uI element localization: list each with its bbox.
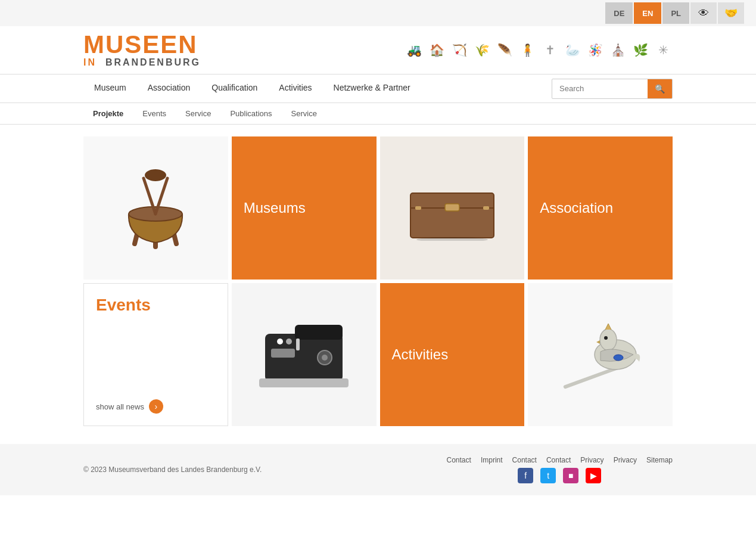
sub-nav: Projekte Events Service Publications Ser… <box>0 103 756 125</box>
association-label: Association <box>528 136 673 280</box>
svg-point-21 <box>277 339 283 344</box>
subnav-service2[interactable]: Service <box>282 103 326 124</box>
language-bar: DE EN PL 👁 🤝 <box>0 0 756 26</box>
figure-icon[interactable]: 🏹 <box>450 41 469 60</box>
bird-icon[interactable]: 🦢 <box>563 41 582 60</box>
grid-cell-events[interactable]: Events show all news › <box>83 283 228 426</box>
logo-in: IN <box>83 57 97 67</box>
nav-association[interactable]: Association <box>137 74 201 103</box>
subnav-publications[interactable]: Publications <box>220 103 281 124</box>
svg-point-22 <box>286 339 292 344</box>
person-icon[interactable]: 🧍 <box>518 41 537 60</box>
lang-de[interactable]: DE <box>605 2 633 24</box>
svg-rect-11 <box>415 206 421 210</box>
show-all-news-link[interactable]: show all news › <box>96 399 216 414</box>
sewing-machine-illustration <box>259 319 349 390</box>
nav-netzwerke[interactable]: Netzwerke & Partner <box>323 74 421 103</box>
grid-cell-goose[interactable] <box>528 283 673 426</box>
events-title[interactable]: Events <box>96 296 216 315</box>
show-all-news-text: show all news <box>96 402 144 411</box>
category-icons: 🚜 🏠 🏹 🌾 🪶 🧍 ✝ 🦢 🪅 ⛪ 🌿 ✳ <box>405 41 673 60</box>
footer-contact2[interactable]: Contact <box>512 456 537 464</box>
grid-cell-association[interactable]: Association <box>528 136 673 280</box>
harvest-icon[interactable]: 🌾 <box>472 41 491 60</box>
nav-activities[interactable]: Activities <box>268 74 322 103</box>
cauldron-illustration <box>117 160 194 256</box>
svg-point-26 <box>604 336 608 340</box>
svg-rect-15 <box>295 325 343 340</box>
footer-copyright: © 2023 Museumsverband des Landes Branden… <box>83 465 262 474</box>
footer-privacy1[interactable]: Privacy <box>580 456 603 464</box>
footer-contact1[interactable]: Contact <box>447 456 471 464</box>
svg-point-18 <box>322 355 328 361</box>
search-input[interactable] <box>552 80 648 97</box>
museums-label: Museums <box>232 136 377 280</box>
svg-rect-16 <box>271 349 295 358</box>
activities-label: Activities <box>380 283 525 426</box>
lang-en[interactable]: EN <box>634 2 661 24</box>
goose-illustration <box>556 319 645 390</box>
logo-main: BRANDENBURG <box>105 57 201 67</box>
nav-museum[interactable]: Museum <box>83 74 137 103</box>
sign-language-icon[interactable]: 🤝 <box>718 2 744 24</box>
footer-imprint[interactable]: Imprint <box>481 456 503 464</box>
main-nav: Museum Association Qualification Activit… <box>0 74 756 103</box>
facebook-icon[interactable]: f <box>518 468 533 483</box>
box-illustration <box>405 175 500 241</box>
subnav-events[interactable]: Events <box>133 103 176 124</box>
search-box: 🔍 <box>552 79 673 99</box>
cross-icon[interactable]: ✝ <box>540 41 559 60</box>
subnav-projekte[interactable]: Projekte <box>83 103 133 124</box>
svg-rect-20 <box>259 378 349 387</box>
rocking-horse-icon[interactable]: 🪅 <box>586 41 605 60</box>
footer-content: © 2023 Museumsverband des Landes Branden… <box>83 456 673 483</box>
footer-social: f t ■ ▶ <box>518 468 601 483</box>
svg-rect-19 <box>296 339 300 350</box>
svg-point-25 <box>600 329 617 350</box>
grid-cell-museums[interactable]: Museums <box>232 136 377 280</box>
grid-cell-sewing[interactable] <box>232 283 377 426</box>
youtube-icon[interactable]: ▶ <box>586 468 601 483</box>
lang-pl[interactable]: PL <box>662 2 689 24</box>
nav-items: Museum Association Qualification Activit… <box>83 74 421 103</box>
subnav-service1[interactable]: Service <box>176 103 220 124</box>
svg-point-27 <box>614 355 623 361</box>
footer: © 2023 Museumsverband des Landes Branden… <box>0 444 756 495</box>
feather-icon[interactable]: 🪶 <box>495 41 514 60</box>
church-icon[interactable]: ⛪ <box>608 41 627 60</box>
footer-privacy2[interactable]: Privacy <box>614 456 637 464</box>
grid-cell-box[interactable] <box>380 136 525 280</box>
svg-point-7 <box>145 169 166 181</box>
accessibility-icon[interactable]: 👁 <box>690 2 717 24</box>
svg-rect-12 <box>483 206 489 210</box>
search-button[interactable]: 🔍 <box>648 79 672 98</box>
nav-qualification[interactable]: Qualification <box>201 74 268 103</box>
plant-icon[interactable]: 🌿 <box>631 41 650 60</box>
grid-cell-activities[interactable]: Activities <box>380 283 525 426</box>
agriculture-icon[interactable]: 🚜 <box>405 41 424 60</box>
footer-link-row: Contact Imprint Contact Contact Privacy … <box>447 456 673 464</box>
svg-rect-10 <box>445 204 459 211</box>
arrow-icon: › <box>149 399 163 414</box>
main-grid: Museums Association Events show all news… <box>0 125 756 438</box>
header: MUSEEN IN BRANDENBURG 🚜 🏠 🏹 🌾 🪶 🧍 ✝ 🦢 🪅 … <box>0 26 756 74</box>
logo-subtitle: IN BRANDENBURG <box>83 57 201 68</box>
instagram-icon[interactable]: ■ <box>563 468 578 483</box>
footer-links: Contact Imprint Contact Contact Privacy … <box>447 456 673 483</box>
svg-rect-8 <box>410 193 494 238</box>
sun-icon[interactable]: ✳ <box>654 41 673 60</box>
grid-cell-cauldron[interactable] <box>83 136 228 280</box>
logo-title: MUSEEN <box>83 32 201 57</box>
logo[interactable]: MUSEEN IN BRANDENBURG <box>83 32 201 68</box>
footer-sitemap[interactable]: Sitemap <box>646 456 673 464</box>
twitter-icon[interactable]: t <box>540 468 556 483</box>
house-icon[interactable]: 🏠 <box>427 41 446 60</box>
footer-contact3[interactable]: Contact <box>546 456 571 464</box>
